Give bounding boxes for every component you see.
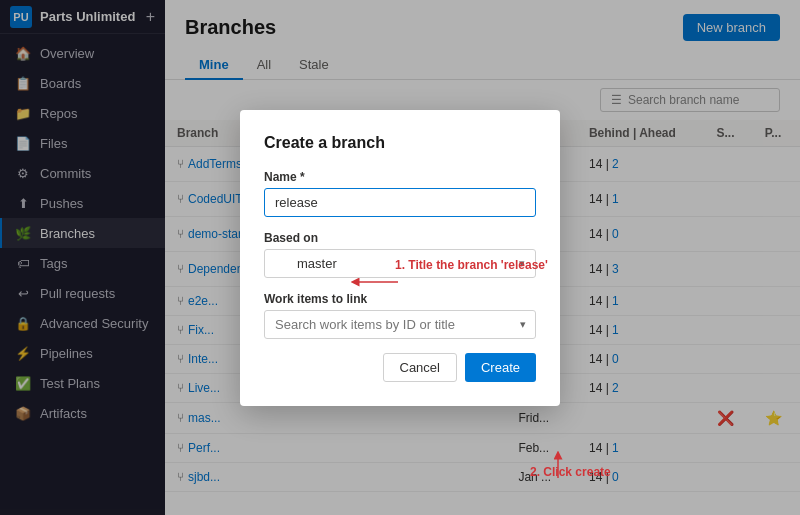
work-items-select-wrapper: ▾ (264, 310, 536, 339)
chevron-down-icon: ▾ (519, 257, 525, 270)
based-on-value: master (297, 256, 337, 271)
based-on-select-wrapper: ⑂ master ▾ (264, 249, 536, 278)
modal-overlay: Create a branch Name * Based on ⑂ master… (0, 0, 800, 515)
create-branch-modal: Create a branch Name * Based on ⑂ master… (240, 110, 560, 406)
based-on-select[interactable]: master ▾ (264, 249, 536, 278)
modal-actions: Cancel Create (264, 353, 536, 382)
based-on-label: Based on (264, 231, 536, 245)
modal-title: Create a branch (264, 134, 536, 152)
work-items-label: Work items to link (264, 292, 536, 306)
cancel-button[interactable]: Cancel (383, 353, 457, 382)
name-label: Name * (264, 170, 536, 184)
branch-name-input[interactable] (264, 188, 536, 217)
create-button[interactable]: Create (465, 353, 536, 382)
work-items-search-input[interactable] (264, 310, 536, 339)
